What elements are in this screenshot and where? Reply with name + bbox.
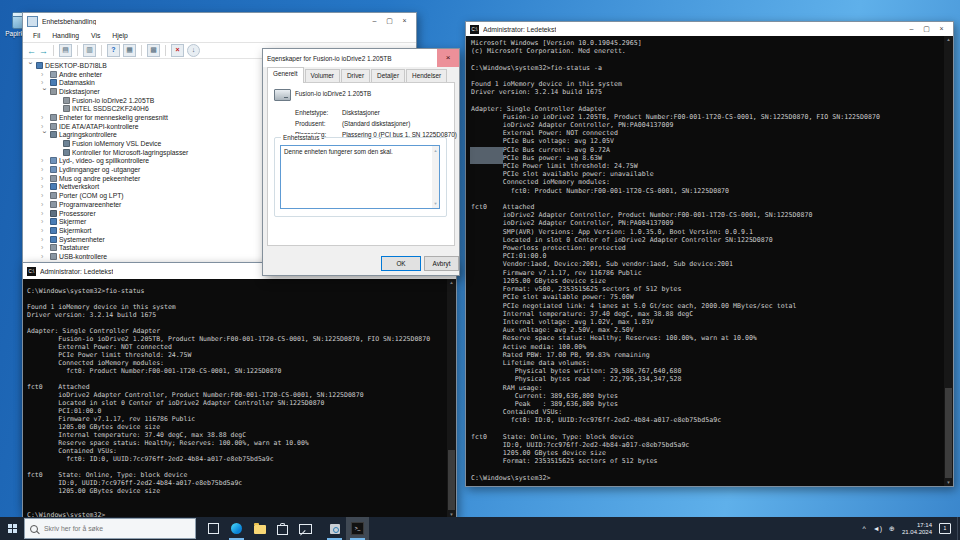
tree-item-label: Lagringskontrollere (59, 131, 117, 138)
console-tree-icon[interactable]: ▤ (59, 44, 72, 57)
store-icon (277, 525, 288, 535)
ide-controller-icon (50, 123, 57, 130)
textbox-scrollbar[interactable]: ▲ ▼ (432, 146, 439, 208)
minimize-button[interactable]: – (367, 13, 382, 29)
text-selection-highlight (470, 147, 503, 164)
expander-closed-icon[interactable]: › (41, 79, 48, 86)
terminal-scrollbar[interactable]: ▲ ▼ (944, 36, 953, 486)
expander-open-icon[interactable]: › (27, 62, 34, 69)
start-button[interactable] (0, 517, 24, 540)
action-center-icon[interactable]: 1 (939, 523, 951, 534)
expander-closed-icon[interactable]: › (41, 201, 48, 208)
expander-closed-icon[interactable]: › (41, 157, 48, 164)
terminal-title: Administrator: Ledetekst (40, 268, 113, 275)
expander-open-icon[interactable]: › (41, 131, 48, 138)
network-icon[interactable]: ⊕ (889, 525, 895, 533)
tab-volumes[interactable]: Volumer (305, 69, 340, 83)
command-prompt-icon: >_ (351, 522, 364, 535)
tray-expand-icon[interactable]: ^ (863, 525, 866, 532)
scroll-up-icon[interactable]: ▲ (447, 280, 456, 285)
disable-device-icon[interactable]: ↓ (187, 44, 200, 57)
field-value: (Standard diskstasjoner) (342, 120, 410, 127)
monitor-icon (50, 218, 57, 225)
menu-help[interactable]: Hjelp (106, 32, 134, 39)
minimize-button[interactable]: – (904, 22, 919, 36)
cancel-button[interactable]: Avbryt (424, 256, 459, 271)
expander-open-icon[interactable]: › (41, 88, 48, 95)
taskbar-clock[interactable]: 17:14 21.04.2024 (902, 522, 932, 536)
ok-button[interactable]: OK (381, 256, 421, 271)
device-status-textbox[interactable]: Denne enheten fungerer som den skal. ▲ ▼ (280, 145, 440, 209)
maximize-button[interactable]: ▢ (382, 13, 397, 29)
expander-closed-icon[interactable]: › (41, 123, 48, 130)
taskbar-search[interactable] (24, 518, 196, 539)
command-prompt-icon (27, 267, 36, 276)
tab-driver[interactable]: Driver (341, 69, 370, 83)
expander-closed-icon[interactable]: › (41, 244, 48, 251)
expander-closed-icon[interactable]: › (41, 183, 48, 190)
tab-details[interactable]: Detaljer (371, 69, 405, 83)
back-icon[interactable]: ← (27, 46, 36, 56)
scroll-up-icon[interactable]: ▲ (432, 148, 439, 153)
scan-hardware-icon[interactable]: ▦ (123, 44, 136, 57)
display-adapter-icon (50, 227, 57, 234)
taskbar-item-edge[interactable] (225, 517, 248, 540)
menu-action[interactable]: Handling (46, 32, 85, 39)
volume-icon[interactable]: ◄) (873, 525, 882, 532)
tab-events[interactable]: Hendelser (406, 69, 447, 83)
uninstall-device-icon[interactable]: × (171, 44, 184, 57)
terminal-output[interactable]: Microsoft Windows [Version 10.0.19045.29… (466, 36, 953, 482)
field-label: Enhetstype: (295, 109, 328, 116)
menu-view[interactable]: Vis (85, 32, 106, 39)
command-prompt-icon (470, 25, 479, 34)
command-prompt-window-right: Administrator: Ledetekst – ▢ × Microsoft… (465, 21, 954, 487)
help-icon[interactable]: ? (107, 44, 120, 57)
expander-closed-icon[interactable]: › (41, 166, 48, 173)
forward-icon[interactable]: → (39, 46, 48, 56)
usb-controller-icon (50, 253, 57, 260)
scroll-down-icon[interactable]: ▼ (944, 480, 953, 485)
close-icon[interactable]: × (437, 49, 459, 67)
taskbar-item-command-prompt[interactable]: >_ (346, 517, 369, 540)
disk-drive-icon (274, 89, 291, 101)
tree-item-label: Prosessorer (59, 210, 96, 217)
network-adapter-icon (50, 183, 57, 190)
disk-drive-icon (50, 88, 57, 95)
mail-icon (299, 524, 312, 534)
tree-item-label: Andre enheter (59, 71, 102, 78)
expander-closed-icon[interactable]: › (41, 192, 48, 199)
task-view-icon (208, 523, 219, 534)
command-prompt-window-left: Administrator: Ledetekst C:\Windows\syst… (22, 262, 457, 519)
scrollbar-thumb[interactable] (945, 388, 952, 478)
tab-general[interactable]: Generelt (267, 67, 304, 83)
scroll-down-icon[interactable]: ▼ (432, 201, 439, 206)
taskbar-item-mail[interactable] (294, 517, 317, 540)
expander-closed-icon[interactable]: › (41, 236, 48, 243)
taskbar-item-store[interactable] (271, 517, 294, 540)
terminal-output[interactable]: C:\Windows\system32>fio-status Found 1 i… (23, 279, 456, 519)
scrollbar-thumb[interactable] (448, 450, 455, 510)
expander-closed-icon[interactable]: › (41, 175, 48, 182)
properties-icon[interactable]: ▥ (83, 44, 96, 57)
taskbar-item-explorer[interactable] (248, 517, 271, 540)
dialog-titlebar[interactable]: Egenskaper for Fusion-io ioDrive2 1.205T… (263, 49, 459, 67)
expander-closed-icon[interactable]: › (41, 253, 48, 260)
expander-closed-icon[interactable]: › (41, 71, 48, 78)
terminal-titlebar[interactable]: Administrator: Ledetekst – ▢ × (466, 22, 953, 36)
taskbar-item-device-manager[interactable] (323, 517, 346, 540)
device-manager-titlebar[interactable]: Enhetsbehandling – ▢ × (23, 13, 416, 29)
search-input[interactable] (42, 524, 176, 533)
task-view-button[interactable] (202, 517, 225, 540)
maximize-button[interactable]: ▢ (919, 22, 934, 36)
close-button[interactable]: × (397, 13, 412, 29)
tree-item-label: DESKTOP-BD7I8LB (45, 62, 107, 69)
close-button[interactable]: × (934, 22, 949, 36)
expander-closed-icon[interactable]: › (41, 114, 48, 121)
expander-closed-icon[interactable]: › (41, 210, 48, 217)
update-driver-icon[interactable]: ▩ (147, 44, 160, 57)
expander-closed-icon[interactable]: › (41, 218, 48, 225)
scroll-up-icon[interactable]: ▲ (944, 37, 953, 42)
expander-closed-icon[interactable]: › (41, 227, 48, 234)
terminal-scrollbar[interactable]: ▲ ▼ (447, 279, 456, 518)
menu-file[interactable]: Fil (27, 32, 46, 39)
